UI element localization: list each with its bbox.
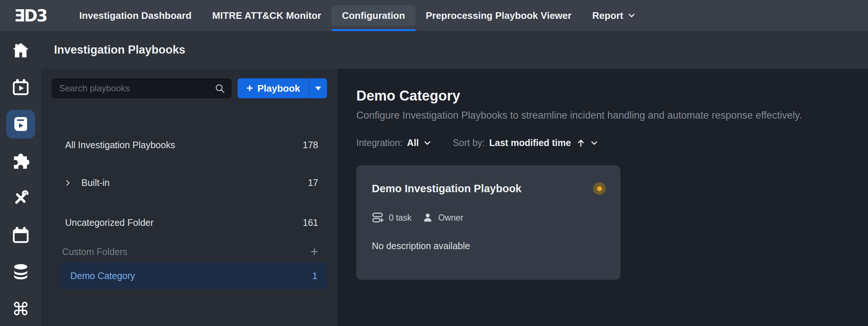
folder-count: 178 [303,140,318,150]
add-folder-button[interactable]: + [310,245,318,258]
new-playbook-dropdown-button[interactable] [309,78,327,98]
owner-label: Owner [438,213,463,223]
custom-folders-label: Custom Folders [62,247,127,257]
nav-label: MITRE ATT&CK Monitor [212,10,322,21]
folder-label: Built-in [81,177,110,188]
playbook-card-title: Demo Investigation Playbook [372,183,521,195]
tools-icon[interactable] [6,184,35,213]
nav-label: Report [592,10,623,21]
search-box [52,78,232,98]
filter-row: Integration: All Sort by: Last modified … [356,137,846,148]
page-header: Investigation Playbooks [41,31,868,69]
nav-label: Configuration [342,10,405,21]
nav-mitre-attck-monitor[interactable]: MITRE ATT&CK Monitor [202,5,332,26]
nav-label: Investigation Dashboard [79,10,191,21]
chevron-down-icon [628,11,636,20]
plus-icon: + [246,82,253,94]
folder-label: Demo Category [70,271,135,281]
icon-sidebar: ⌘ [0,31,41,326]
dropdown-triangle-icon [315,86,321,91]
status-badge [593,182,606,195]
top-nav-bar: ƎD3 Investigation Dashboard MITRE ATT&CK… [0,0,868,31]
playbook-book-icon[interactable] [6,110,35,139]
command-icon[interactable]: ⌘ [6,295,35,323]
sort-by-value[interactable]: Last modified time [489,137,571,148]
new-playbook-label: Playbook [257,83,300,94]
folder-row-uncategorized[interactable]: Uncategorized Folder 161 [52,209,327,236]
main-content: Demo Category Configure Investigation Pl… [337,69,868,326]
folder-list: All Investigation Playbooks 178 Built-in… [52,132,327,289]
folder-row-built-in[interactable]: Built-in 17 [52,169,327,196]
playbook-folder-panel: + Playbook All Investigation Playbooks 1… [41,69,337,326]
calendar-icon[interactable] [6,221,35,249]
puzzle-icon[interactable] [6,147,35,176]
folder-label: All Investigation Playbooks [65,140,175,150]
folder-count: 17 [308,177,318,188]
category-title: Demo Category [356,88,846,104]
sort-ascending-icon[interactable] [576,138,586,148]
status-dot [597,186,602,191]
folder-row-all-investigation-playbooks[interactable]: All Investigation Playbooks 178 [52,132,327,158]
nav-preprocessing-playbook-viewer[interactable]: Preprocessing Playbook Viewer [416,5,582,26]
category-subtitle: Configure Investigation Playbooks to str… [356,110,846,121]
playbook-card-demo-investigation-playbook[interactable]: Demo Investigation Playbook 0 task [356,165,620,280]
chevron-down-icon[interactable] [423,139,431,147]
task-count: 0 task [389,213,411,223]
folder-count: 161 [303,217,318,228]
new-playbook-split-button: + Playbook [238,78,327,98]
nav-configuration[interactable]: Configuration [332,5,415,26]
calendar-play-icon[interactable] [6,73,35,102]
integration-filter-label: Integration: [356,137,403,148]
database-icon[interactable] [6,258,35,286]
search-input[interactable] [59,83,215,94]
home-icon[interactable] [6,36,35,65]
chevron-right-icon[interactable] [64,179,72,187]
page-title: Investigation Playbooks [54,43,185,57]
folder-count: 1 [312,271,317,281]
chevron-down-icon[interactable] [590,139,598,147]
new-playbook-button[interactable]: + Playbook [238,78,309,98]
folder-label: Uncategorized Folder [65,217,154,228]
playbook-description: No description available [372,241,606,251]
owner-icon [423,213,433,223]
tasks-icon [372,212,384,224]
folder-row-demo-category[interactable]: Demo Category 1 [61,262,327,289]
nav-report[interactable]: Report [582,5,646,26]
integration-filter-value[interactable]: All [407,137,419,148]
nav-label: Preprocessing Playbook Viewer [426,10,572,21]
custom-folders-header: Custom Folders + [52,241,327,262]
d3-logo[interactable]: ƎD3 [14,6,47,25]
nav-investigation-dashboard[interactable]: Investigation Dashboard [69,5,202,26]
search-icon [215,83,225,94]
sort-by-label: Sort by: [453,137,485,148]
